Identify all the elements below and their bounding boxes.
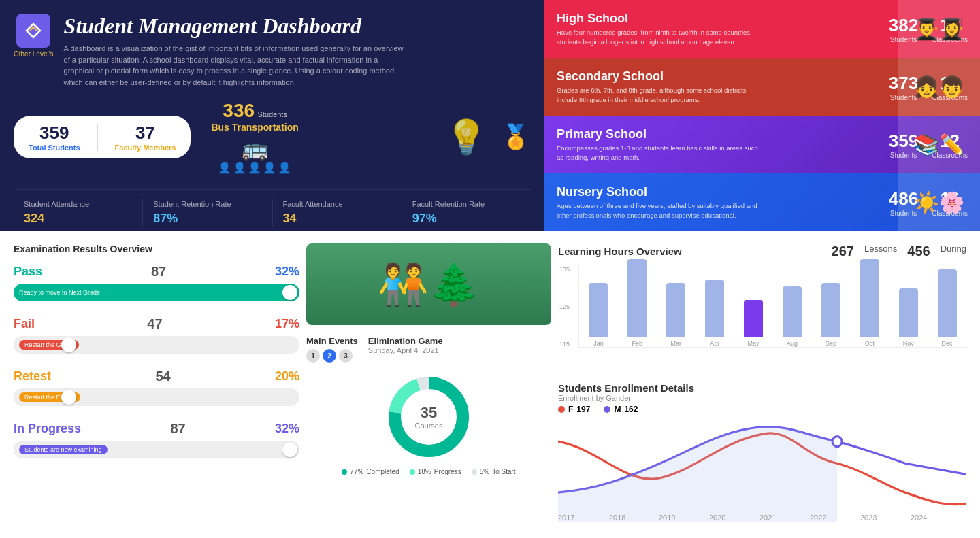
pass-label: Pass	[14, 265, 42, 279]
male-fill	[558, 426, 837, 522]
event-date: Sunday, April 4, 2021	[368, 346, 443, 354]
bottom-left-panel: Examination Results Overview Pass 87 32%…	[0, 231, 544, 538]
event-image: 🧑‍🤝‍🧑🌲	[306, 243, 551, 325]
progress-toggle-knob	[282, 442, 297, 457]
total-students-label: Total Students	[29, 144, 80, 152]
bar-label-mar: Mar	[671, 340, 682, 347]
primary-school-name: Primary School	[557, 127, 889, 141]
faculty-retention: Facult Retention Rate 97%	[402, 199, 531, 226]
enrollment-title: Students Enrollment Details	[558, 382, 966, 394]
lessons-label: Lessons	[864, 243, 897, 259]
progress-label: In Progress	[14, 422, 81, 436]
nursery-school-card: Nursery School Ages between of three and…	[544, 173, 980, 231]
middle-section: 🧑‍🤝‍🧑🌲 Main Events 1 2 3 Elimination Gam…	[306, 243, 551, 526]
fail-toggle-knob	[61, 337, 76, 352]
donut-num: 35	[415, 404, 443, 422]
retest-pct: 20%	[275, 369, 299, 384]
pass-count: 87	[151, 264, 166, 280]
legend-completed: 77% Completed	[342, 468, 399, 475]
bar-oct	[860, 259, 879, 337]
bar-label-oct: Oct	[865, 340, 875, 347]
exam-section: Examination Results Overview Pass 87 32%…	[14, 243, 299, 526]
fail-label: Fail	[14, 317, 35, 331]
bar-group-nov: Nov	[892, 288, 924, 347]
bar-dec	[938, 269, 957, 337]
bar-label-may: May	[748, 340, 760, 347]
fail-pct: 17%	[275, 317, 299, 331]
bar-sep	[821, 283, 840, 337]
progress-toggle[interactable]: Students are now examining	[14, 441, 299, 458]
faculty-att-label: Facult Attendance	[283, 199, 391, 209]
bar-chart-area: 135 125 115 JanFebMarAprMayAugSepOctNovD…	[578, 266, 966, 371]
student-attendance: Student Attendance 324	[14, 199, 143, 226]
x-label-2017: 2017	[558, 514, 574, 522]
high-school-name: High School	[557, 12, 889, 26]
completed-label: Completed	[366, 468, 399, 475]
bar-group-jan: Jan	[583, 283, 615, 347]
lightbulb-icon: 💡	[445, 118, 487, 157]
exam-pass-row: Pass 87 32% Ready to move to Next Grade	[14, 264, 299, 301]
bus-title: Bus Transportation	[211, 122, 298, 133]
legend-to-start: 5% To Start	[472, 468, 516, 475]
bar-mar	[666, 283, 685, 337]
faculty-ret-label: Facult Retention Rate	[412, 199, 521, 209]
retest-toggle[interactable]: Restart the Exams	[14, 388, 299, 406]
total-students-num: 359	[29, 122, 80, 144]
pass-toggle[interactable]: Ready to move to Next Grade	[14, 284, 299, 301]
faculty-att-num: 34	[283, 212, 391, 226]
legend-progress: 18% Progress	[410, 468, 461, 475]
medal-icon: 🏅	[501, 123, 531, 151]
lessons-num: 267	[832, 243, 854, 259]
bar-feb	[627, 259, 647, 337]
page-title: Student Management Dashboard	[64, 14, 404, 39]
primary-school-card: Primary School Encompasses grades 1-8 an…	[544, 116, 980, 173]
faculty-attendance: Facult Attendance 34	[273, 199, 402, 226]
x-label-2020: 2020	[709, 514, 725, 522]
pass-toggle-knob	[282, 285, 297, 300]
progress-pct: 32%	[275, 422, 299, 436]
fail-toggle[interactable]: Restart the Grade	[14, 336, 299, 354]
progress-count: 87	[170, 421, 185, 437]
event-dot-2[interactable]: 2	[323, 349, 336, 363]
exam-retest-row: Retest 54 20% Restart the Exams	[14, 369, 299, 406]
m-label: M	[614, 405, 621, 414]
bar-nov	[899, 288, 918, 337]
event-dot-1[interactable]: 1	[306, 349, 320, 363]
during-label: During	[941, 243, 966, 259]
secondary-school-name: Secondary School	[557, 69, 889, 84]
bar-aug	[783, 286, 802, 337]
bar-group-sep: Sep	[815, 283, 847, 347]
line-chart-wrapper: 2017 2018 2019 2020 2021 2022 2023 2024	[558, 420, 966, 522]
y-label-125: 125	[559, 303, 570, 310]
pass-toggle-label: Ready to move to Next Grade	[19, 289, 294, 296]
x-label-2022: 2022	[810, 514, 826, 522]
bar-group-may: May	[738, 300, 770, 347]
male-legend: M 162	[604, 405, 638, 414]
stats-box: 359 Total Students 37 Faculty Members	[14, 116, 191, 158]
female-legend: F 197	[558, 405, 590, 414]
start-label: To Start	[492, 468, 515, 475]
bar-group-mar: Mar	[660, 283, 692, 347]
bar-group-oct: Oct	[853, 259, 885, 347]
page-description: A dashboard is a visualization of the gi…	[64, 43, 404, 88]
bar-label-feb: Feb	[632, 340, 643, 347]
bar-jan	[589, 283, 608, 337]
nursery-school-name: Nursery School	[557, 185, 889, 199]
student-ret-num: 87%	[153, 212, 261, 226]
x-label-2021: 2021	[760, 514, 776, 522]
bar-group-aug: Aug	[777, 286, 808, 347]
bar-label-dec: Dec	[942, 340, 953, 347]
student-retention: Student Retention Rate 87%	[143, 199, 272, 226]
pass-pct: 32%	[275, 265, 299, 279]
secondary-school-card: Secondary School Grades are 6th, 7th, an…	[544, 58, 980, 116]
x-label-2023: 2023	[860, 514, 877, 522]
bus-section: 336 Students Bus Transportation 🚌 👤👤👤👤👤	[211, 100, 298, 174]
primary-school-image: 📚✏️	[898, 116, 980, 173]
completed-pct: 77%	[350, 468, 363, 475]
start-pct: 5%	[480, 468, 489, 475]
event-dot-3[interactable]: 3	[339, 349, 353, 363]
bar-group-feb: Feb	[621, 259, 653, 347]
bar-label-nov: Nov	[903, 340, 914, 347]
faculty-label: Faculty Members	[115, 144, 176, 152]
exam-progress-row: In Progress 87 32% Students are now exam…	[14, 421, 299, 458]
